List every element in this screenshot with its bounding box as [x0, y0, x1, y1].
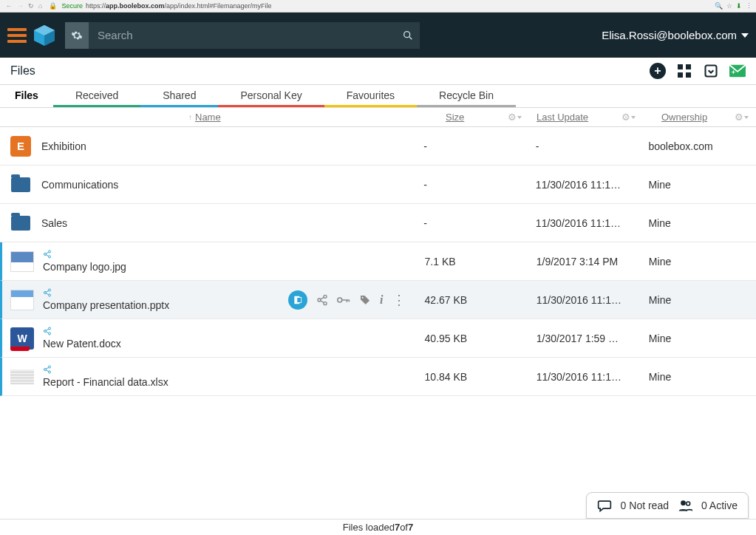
- app-logo[interactable]: [33, 24, 56, 47]
- people-icon: [678, 499, 692, 512]
- file-size: -: [412, 140, 524, 152]
- file-size: 10.84 KB: [413, 371, 525, 383]
- tabs: Files Received Shared Personal Key Favou…: [0, 85, 756, 108]
- tab-recycle-bin[interactable]: Recycle Bin: [417, 85, 516, 107]
- svg-point-14: [49, 256, 51, 258]
- section-title: Files: [10, 64, 35, 78]
- file-size: 40.95 KB: [413, 333, 525, 344]
- search-settings-button[interactable]: [65, 22, 89, 49]
- file-name: Exhibition: [41, 140, 86, 152]
- zoom-icon[interactable]: 🔍: [715, 2, 723, 10]
- file-last-update: 11/30/2016 11:1…: [524, 179, 637, 191]
- svg-point-19: [49, 294, 51, 296]
- reload-icon[interactable]: ↻: [28, 2, 34, 10]
- ext-icon[interactable]: ⬇: [736, 2, 742, 10]
- gear-icon[interactable]: ⚙: [508, 112, 522, 123]
- app-topbar: Elisa.Rossi@boolebox.com: [0, 13, 756, 58]
- table-row[interactable]: Report - Financial data.xlsx 10.84 KB 11…: [0, 358, 756, 396]
- svg-rect-7: [678, 72, 683, 78]
- svg-point-36: [49, 333, 51, 335]
- svg-line-15: [46, 252, 49, 253]
- grid-view-button[interactable]: [676, 63, 692, 79]
- footer: Files loaded 7 of 7: [0, 519, 756, 535]
- tab-shared[interactable]: Shared: [140, 85, 218, 107]
- file-last-update: 11/30/2016 11:1…: [524, 217, 637, 229]
- svg-point-12: [49, 251, 51, 253]
- search-input[interactable]: [89, 22, 396, 49]
- svg-point-17: [49, 289, 51, 291]
- svg-line-4: [409, 37, 412, 39]
- status-tray[interactable]: 0 Not read 0 Active: [586, 492, 749, 519]
- secure-label: Secure: [61, 2, 83, 10]
- more-button[interactable]: ⋮: [392, 292, 406, 308]
- file-name: Report - Financial data.xlsx: [43, 376, 168, 388]
- file-last-update: 1/9/2017 3:14 PM: [525, 256, 637, 268]
- column-last-update[interactable]: Last Update ⚙: [529, 108, 643, 126]
- forward-icon[interactable]: →: [17, 2, 24, 10]
- table-row[interactable]: Communications - 11/30/2016 11:1… Mine: [0, 166, 756, 204]
- file-list: E Exhibition - - boolebox.com Communicat…: [0, 127, 756, 396]
- svg-point-13: [44, 253, 47, 256]
- table-row[interactable]: New Patent.docx 40.95 KB 1/30/2017 1:59 …: [0, 319, 756, 358]
- lock-icon: 🔒: [49, 2, 57, 10]
- star-icon[interactable]: ☆: [726, 2, 732, 10]
- share-icon: [43, 250, 126, 260]
- file-name: Communications: [41, 179, 118, 191]
- home-icon[interactable]: ⌂: [38, 2, 42, 10]
- svg-line-20: [46, 290, 49, 292]
- svg-rect-5: [678, 64, 683, 69]
- search-button[interactable]: [396, 22, 420, 49]
- gear-icon[interactable]: ⚙: [622, 112, 636, 123]
- user-menu[interactable]: Elisa.Rossi@boolebox.com: [602, 29, 749, 41]
- file-last-update: -: [524, 140, 637, 152]
- file-ownership: boolebox.com: [636, 140, 749, 152]
- file-last-update: 11/30/2016 11:1…: [525, 371, 637, 383]
- gear-icon[interactable]: ⚙: [735, 112, 749, 123]
- file-size: 7.1 KB: [413, 256, 525, 268]
- tab-received[interactable]: Received: [53, 85, 140, 107]
- svg-line-43: [46, 370, 49, 372]
- add-button[interactable]: +: [650, 63, 666, 79]
- download-button[interactable]: [703, 63, 719, 79]
- share-icon: [43, 288, 169, 299]
- table-row[interactable]: Sales - 11/30/2016 11:1… Mine: [0, 204, 756, 242]
- svg-line-28: [321, 301, 324, 303]
- info-button[interactable]: i: [380, 293, 383, 307]
- ppt-thumbnail: [10, 290, 34, 310]
- svg-point-41: [49, 371, 51, 373]
- table-row[interactable]: Company presentation.pptx i ⋮ 42.67 KB: [0, 281, 756, 319]
- table-row[interactable]: E Exhibition - - boolebox.com: [0, 127, 756, 166]
- hamburger-menu-button[interactable]: [7, 26, 27, 45]
- svg-point-35: [44, 330, 47, 333]
- svg-point-34: [49, 327, 51, 330]
- image-thumbnail: [10, 251, 34, 272]
- column-ownership[interactable]: Ownership ⚙: [643, 108, 756, 126]
- key-button[interactable]: [337, 296, 350, 304]
- file-size: -: [412, 217, 524, 229]
- svg-rect-6: [686, 64, 691, 69]
- table-row[interactable]: Company logo.jpg 7.1 KB 1/9/2017 3:14 PM…: [0, 242, 756, 281]
- office-button[interactable]: [288, 290, 307, 310]
- svg-point-3: [404, 31, 410, 37]
- url-text: https://app.boolebox.com/app/index.html#…: [86, 2, 272, 10]
- column-size[interactable]: Size ⚙: [416, 108, 529, 126]
- column-name[interactable]: ↑ Name: [0, 108, 416, 126]
- svg-point-26: [324, 301, 327, 304]
- row-actions: i ⋮: [288, 290, 405, 310]
- file-ownership: Mine: [637, 294, 749, 306]
- share-button[interactable]: [316, 294, 328, 306]
- tab-personal-key[interactable]: Personal Key: [218, 85, 324, 107]
- svg-point-45: [687, 502, 690, 505]
- tab-favourites[interactable]: Favourites: [324, 85, 417, 107]
- back-icon[interactable]: ←: [6, 2, 13, 10]
- mail-button[interactable]: +: [729, 63, 746, 79]
- file-ownership: Mine: [636, 179, 749, 191]
- file-size: 42.67 KB: [413, 294, 525, 306]
- svg-rect-8: [686, 72, 691, 78]
- file-last-update: 11/30/2016 11:1…: [525, 294, 637, 306]
- menu-dots-icon[interactable]: ⋮: [746, 2, 752, 10]
- tab-files[interactable]: Files: [0, 85, 53, 107]
- chat-icon: [597, 499, 612, 512]
- tag-button[interactable]: [359, 294, 371, 306]
- file-last-update: 1/30/2017 1:59 …: [525, 333, 637, 344]
